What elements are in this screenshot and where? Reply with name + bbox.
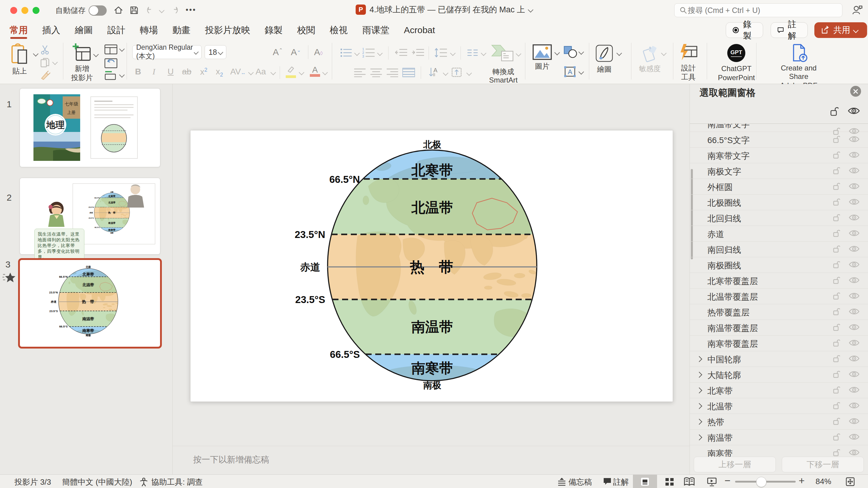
tab-draw[interactable]: 繪圖 [74, 24, 93, 36]
save-icon[interactable] [129, 5, 139, 15]
selection-pane-row[interactable]: 热带覆盖层 [690, 304, 868, 320]
character-spacing-button[interactable]: AV↔ [230, 67, 246, 76]
close-window-button[interactable] [10, 7, 17, 14]
adobe-pdf-button[interactable]: Create and Share Adobe PDF [772, 43, 826, 90]
smartart-chevron-icon[interactable] [516, 51, 521, 56]
expand-chevron-icon[interactable] [696, 419, 702, 425]
expand-chevron-icon[interactable] [696, 403, 702, 409]
expand-chevron-icon[interactable] [696, 356, 702, 362]
columns-chevron-icon[interactable] [481, 50, 486, 56]
record-button[interactable]: 錄製 [726, 22, 763, 38]
hide-item-eye-icon[interactable] [848, 245, 860, 254]
title-menu-chevron-icon[interactable] [528, 7, 533, 12]
align-left-icon[interactable] [353, 67, 367, 77]
bullet-chevron-icon[interactable] [354, 50, 360, 56]
undo-icon[interactable] [146, 5, 156, 15]
home-icon[interactable] [114, 5, 123, 15]
normal-view-button[interactable] [633, 475, 657, 488]
font-size-select[interactable]: 18 [205, 45, 226, 59]
selection-pane-row[interactable]: 66.5°S文字 [690, 132, 868, 148]
notes-toggle[interactable]: 備忘稿 [568, 477, 592, 487]
chatgpt-button[interactable]: GPT ChatGPT PowerPoint [718, 43, 755, 82]
tab-view[interactable]: 檢視 [329, 24, 348, 36]
new-slide-chevron-icon[interactable] [93, 52, 98, 57]
show-all-eye-icon[interactable] [847, 106, 861, 116]
strikethrough-button[interactable]: ab [182, 67, 191, 76]
redo-icon[interactable] [169, 5, 179, 15]
copy-chevron-icon[interactable] [52, 59, 58, 65]
align-center-icon[interactable] [370, 67, 383, 77]
zoom-slider-thumb[interactable] [756, 477, 767, 487]
hide-item-eye-icon[interactable] [848, 401, 860, 411]
increase-indent-icon[interactable] [411, 47, 425, 58]
sensitivity-chevron-icon[interactable] [661, 50, 666, 56]
fit-to-window-icon[interactable] [846, 477, 855, 486]
line-spacing-chevron-icon[interactable] [450, 50, 456, 56]
lock-item-icon[interactable] [833, 401, 841, 411]
draw-chevron-icon[interactable] [616, 50, 622, 56]
send-backward-button[interactable]: 下移一層 [782, 457, 864, 472]
hide-item-eye-icon[interactable] [848, 229, 860, 238]
copy-icon[interactable] [40, 57, 50, 68]
tab-rain-classroom[interactable]: 雨课堂 [362, 24, 390, 36]
tab-transitions[interactable]: 轉場 [139, 24, 158, 36]
lock-item-icon[interactable] [833, 135, 841, 145]
decrease-indent-icon[interactable] [394, 47, 408, 58]
comments-button[interactable]: 註解 [771, 22, 808, 38]
highlight-color-button[interactable] [286, 66, 296, 78]
align-right-icon[interactable] [386, 67, 399, 77]
minimize-window-button[interactable] [22, 7, 28, 14]
lock-item-icon[interactable] [833, 369, 841, 380]
selection-pane-row[interactable]: 赤道 [690, 226, 868, 241]
lock-item-icon[interactable] [833, 244, 841, 255]
clear-formatting-button[interactable]: A◊ [314, 47, 323, 57]
slide-layout-icon[interactable] [104, 44, 118, 55]
comments-toggle[interactable]: 註解 [613, 477, 629, 487]
expand-chevron-icon[interactable] [696, 387, 702, 393]
selection-pane-row[interactable]: 北温带 [690, 398, 868, 414]
slide-canvas[interactable]: 北极 北寒带 66.5°N 北温带 23.5°N 赤道 热 带 23.5°S 南… [190, 130, 673, 402]
paste-chevron-icon[interactable] [33, 51, 38, 56]
hide-item-eye-icon[interactable] [848, 276, 860, 285]
shapes-chevron-icon[interactable] [578, 49, 584, 55]
hide-item-eye-icon[interactable] [848, 261, 860, 270]
hide-item-eye-icon[interactable] [848, 323, 860, 332]
cut-icon[interactable] [40, 44, 50, 55]
section-chevron-icon[interactable] [119, 72, 124, 77]
selection-pane-row[interactable]: 大陆轮廓 [690, 367, 868, 383]
slide-thumbnail-2[interactable]: 北极 北寒带 66.5°N 北温带 23.5°N 赤道 热 带 23.5°S 南… [20, 178, 160, 255]
design-tools-button[interactable]: 設計 工具 [679, 43, 698, 82]
numbered-list-icon[interactable]: 123 [362, 47, 375, 59]
line-spacing-icon[interactable] [434, 47, 448, 59]
text-direction-icon[interactable]: A [428, 67, 441, 78]
language-indicator[interactable]: 簡體中文 (中國大陸) [62, 477, 132, 487]
tab-slide-show[interactable]: 投影片放映 [204, 24, 251, 36]
selection-pane-row[interactable]: 北极圈线 [690, 195, 868, 210]
shapes-icon[interactable] [563, 45, 578, 59]
numbered-chevron-icon[interactable] [377, 50, 382, 56]
slide-thumbnail-1[interactable]: 七年级 上册 地理 [20, 88, 160, 167]
font-color-button[interactable]: A [310, 65, 320, 77]
search-bar[interactable] [674, 3, 842, 17]
lock-item-icon[interactable] [833, 182, 841, 192]
hide-item-eye-icon[interactable] [848, 370, 860, 379]
lock-item-icon[interactable] [833, 275, 841, 286]
change-case-button[interactable]: Aa [255, 67, 266, 76]
section-icon[interactable] [104, 70, 118, 80]
lock-item-icon[interactable] [833, 260, 841, 270]
selection-pane-row[interactable]: 北寒带覆盖层 [690, 273, 868, 289]
lock-item-icon[interactable] [833, 385, 841, 395]
shrink-font-button[interactable]: A⌄ [291, 47, 301, 57]
hide-item-eye-icon[interactable] [848, 167, 860, 175]
selection-pane-row[interactable]: 热带 [690, 414, 868, 429]
hide-item-eye-icon[interactable] [848, 307, 860, 317]
lock-item-icon[interactable] [833, 291, 841, 301]
text-direction-chevron-icon[interactable] [443, 70, 448, 76]
underline-button[interactable]: U [167, 67, 174, 76]
draw-button[interactable]: 繪圖 [594, 43, 614, 73]
align-text-chevron-icon[interactable] [466, 70, 472, 76]
accessibility-status[interactable]: 協助工具: 調查 [151, 477, 203, 487]
tab-record[interactable]: 錄製 [264, 24, 283, 36]
hide-item-eye-icon[interactable] [848, 292, 860, 301]
selection-pane-row[interactable]: 南温带 [690, 429, 868, 445]
